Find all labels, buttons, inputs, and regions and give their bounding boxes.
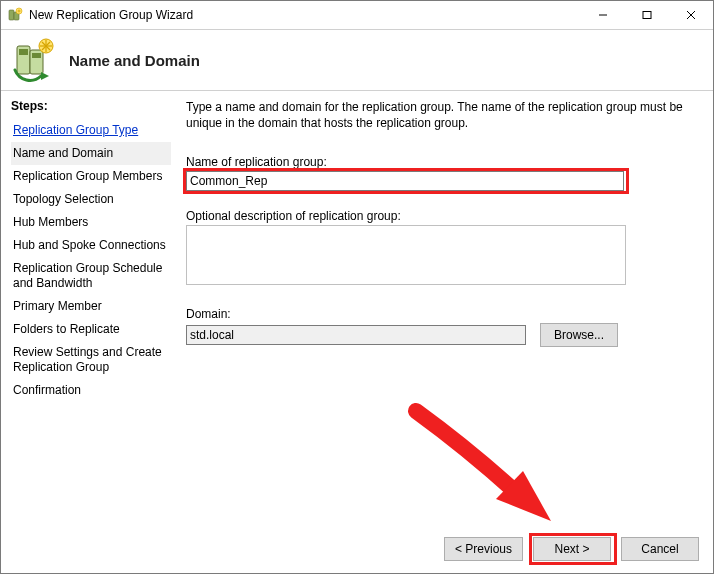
close-button[interactable] — [669, 1, 713, 29]
wizard-title-icon — [7, 7, 23, 23]
cancel-button[interactable]: Cancel — [621, 537, 699, 561]
domain-input[interactable] — [186, 325, 526, 345]
step-confirmation[interactable]: Confirmation — [11, 379, 171, 402]
step-topology-selection[interactable]: Topology Selection — [11, 188, 171, 211]
domain-label: Domain: — [186, 307, 699, 321]
steps-sidebar: Steps: Replication Group Type Name and D… — [1, 91, 176, 524]
maximize-button[interactable] — [625, 1, 669, 29]
wizard-content: Type a name and domain for the replicati… — [176, 91, 713, 524]
wizard-header-icon — [11, 38, 55, 82]
svg-rect-6 — [643, 12, 651, 19]
window-controls — [581, 1, 713, 29]
replication-group-name-input[interactable] — [186, 171, 624, 191]
wizard-footer: < Previous Next > Cancel — [1, 524, 713, 573]
previous-button[interactable]: < Previous — [444, 537, 523, 561]
step-hub-members[interactable]: Hub Members — [11, 211, 171, 234]
window-title: New Replication Group Wizard — [29, 8, 193, 22]
wizard-header: Name and Domain — [1, 30, 713, 91]
next-button[interactable]: Next > — [533, 537, 611, 561]
step-name-and-domain[interactable]: Name and Domain — [11, 142, 171, 165]
step-replication-group-type[interactable]: Replication Group Type — [11, 119, 171, 142]
step-replication-group-members[interactable]: Replication Group Members — [11, 165, 171, 188]
svg-marker-13 — [41, 72, 49, 80]
step-schedule-bandwidth[interactable]: Replication Group Schedule and Bandwidth — [11, 257, 171, 295]
name-label: Name of replication group: — [186, 155, 699, 169]
title-area: New Replication Group Wizard — [7, 7, 581, 23]
minimize-button[interactable] — [581, 1, 625, 29]
title-bar: New Replication Group Wizard — [1, 1, 713, 30]
browse-button[interactable]: Browse... — [540, 323, 618, 347]
intro-text: Type a name and domain for the replicati… — [186, 99, 699, 131]
description-textarea[interactable] — [186, 225, 626, 285]
step-primary-member[interactable]: Primary Member — [11, 295, 171, 318]
wizard-body: Steps: Replication Group Type Name and D… — [1, 91, 713, 524]
svg-rect-12 — [32, 53, 41, 58]
steps-heading: Steps: — [11, 99, 171, 113]
wizard-window: New Replication Group Wizard — [0, 0, 714, 574]
step-review-and-create[interactable]: Review Settings and Create Replication G… — [11, 341, 171, 379]
description-label: Optional description of replication grou… — [186, 209, 699, 223]
svg-rect-10 — [19, 49, 28, 55]
svg-rect-0 — [9, 10, 14, 20]
step-hub-and-spoke-connections[interactable]: Hub and Spoke Connections — [11, 234, 171, 257]
step-folders-to-replicate[interactable]: Folders to Replicate — [11, 318, 171, 341]
page-title: Name and Domain — [69, 52, 200, 69]
